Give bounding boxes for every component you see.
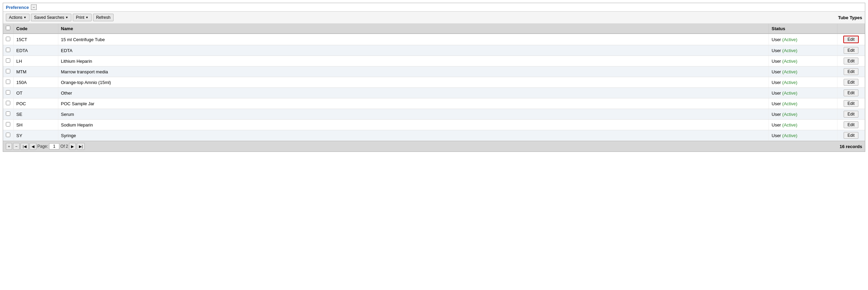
row-code: SY <box>13 130 58 141</box>
row-name: Other <box>58 88 769 98</box>
row-edit-cell: Edit <box>837 98 865 109</box>
row-name: EDTA <box>58 45 769 56</box>
status-active-label: (Active) <box>782 48 797 53</box>
row-name: POC Sample Jar <box>58 98 769 109</box>
next-page-button[interactable]: ▶ <box>69 143 76 150</box>
prev-page-button[interactable]: ◀ <box>30 143 36 150</box>
status-active-label: (Active) <box>782 69 797 74</box>
first-page-button[interactable]: |◀ <box>21 143 28 150</box>
row-status: User (Active) <box>769 120 837 130</box>
row-name: Lithium Heparin <box>58 56 769 67</box>
row-status: User (Active) <box>769 88 837 98</box>
saved-searches-label: Saved Searches <box>34 15 64 20</box>
row-edit-cell: Edit <box>837 130 865 141</box>
row-checkbox-cell <box>3 88 13 98</box>
status-active-label: (Active) <box>782 59 797 64</box>
page-container: Preference − Actions ▼ Saved Searches ▼ … <box>3 3 865 152</box>
edit-button[interactable]: Edit <box>844 79 858 86</box>
collapse-button[interactable]: − <box>31 4 36 10</box>
row-edit-cell: Edit <box>837 88 865 98</box>
last-page-button[interactable]: ▶| <box>77 143 85 150</box>
edit-button[interactable]: Edit <box>844 121 858 128</box>
row-status: User (Active) <box>769 98 837 109</box>
actions-arrow-icon: ▼ <box>23 16 26 19</box>
row-checkbox-cell <box>3 77 13 88</box>
total-pages: 2 <box>66 144 68 149</box>
row-name: Sodium Heparin <box>58 120 769 130</box>
row-edit-cell: Edit <box>837 109 865 120</box>
refresh-label: Refresh <box>96 15 110 20</box>
row-code: SE <box>13 109 58 120</box>
status-active-label: (Active) <box>782 133 797 138</box>
row-checkbox[interactable] <box>6 58 10 63</box>
row-checkbox-cell <box>3 109 13 120</box>
saved-searches-arrow-icon: ▼ <box>65 16 68 19</box>
edit-button[interactable]: Edit <box>844 68 858 75</box>
edit-button[interactable]: Edit <box>844 89 858 96</box>
row-checkbox[interactable] <box>6 111 10 116</box>
table-row: 150AOrange-top Amnio (15ml)User (Active)… <box>3 77 865 88</box>
actions-label: Actions <box>9 15 22 20</box>
row-checkbox[interactable] <box>6 69 10 73</box>
row-code: 15CT <box>13 34 58 45</box>
table-body: 15CT15 ml Centrifuge TubeUser (Active)Ed… <box>3 34 865 141</box>
edit-button[interactable]: Edit <box>844 47 858 54</box>
row-status: User (Active) <box>769 56 837 67</box>
row-edit-cell: Edit <box>837 67 865 77</box>
header-name: Name <box>58 24 769 34</box>
toolbar-left: Actions ▼ Saved Searches ▼ Print ▼ Refre… <box>6 14 114 21</box>
status-active-label: (Active) <box>782 80 797 85</box>
row-checkbox-cell <box>3 45 13 56</box>
row-code: POC <box>13 98 58 109</box>
edit-button[interactable]: Edit <box>844 132 858 139</box>
edit-button[interactable]: Edit <box>844 111 858 118</box>
edit-button[interactable]: Edit <box>844 58 858 64</box>
table-row: EDTAEDTAUser (Active)Edit <box>3 45 865 56</box>
add-record-button[interactable]: + <box>6 143 12 150</box>
page-title: Preference <box>6 5 29 10</box>
row-checkbox[interactable] <box>6 48 10 52</box>
row-edit-cell: Edit <box>837 56 865 67</box>
row-checkbox[interactable] <box>6 101 10 105</box>
print-arrow-icon: ▼ <box>85 16 89 19</box>
row-checkbox[interactable] <box>6 122 10 126</box>
row-status: User (Active) <box>769 77 837 88</box>
row-name: Marrow transport media <box>58 67 769 77</box>
row-code: EDTA <box>13 45 58 56</box>
table-row: OTOtherUser (Active)Edit <box>3 88 865 98</box>
saved-searches-button[interactable]: Saved Searches ▼ <box>31 14 71 21</box>
row-name: Orange-top Amnio (15ml) <box>58 77 769 88</box>
refresh-button[interactable]: Refresh <box>93 14 114 21</box>
footer-left: + − |◀ ◀ Page: Of 2 ▶ ▶| <box>6 143 85 150</box>
header-action <box>837 24 865 34</box>
select-all-checkbox[interactable] <box>6 26 10 30</box>
row-checkbox-cell <box>3 67 13 77</box>
row-code: 150A <box>13 77 58 88</box>
row-name: Serum <box>58 109 769 120</box>
row-name: Syringe <box>58 130 769 141</box>
table-row: SHSodium HeparinUser (Active)Edit <box>3 120 865 130</box>
status-active-label: (Active) <box>782 101 797 106</box>
table-row: POCPOC Sample JarUser (Active)Edit <box>3 98 865 109</box>
row-name: 15 ml Centrifuge Tube <box>58 34 769 45</box>
remove-record-button[interactable]: − <box>13 143 19 150</box>
print-button[interactable]: Print ▼ <box>73 14 92 21</box>
row-checkbox[interactable] <box>6 37 10 41</box>
row-checkbox[interactable] <box>6 133 10 137</box>
print-label: Print <box>76 15 84 20</box>
header-checkbox-col <box>3 24 13 34</box>
row-checkbox[interactable] <box>6 80 10 84</box>
of-label: Of <box>60 144 65 149</box>
row-status: User (Active) <box>769 109 837 120</box>
row-checkbox[interactable] <box>6 90 10 95</box>
edit-button[interactable]: Edit <box>844 100 858 107</box>
table-row: SESerumUser (Active)Edit <box>3 109 865 120</box>
row-status: User (Active) <box>769 130 837 141</box>
actions-button[interactable]: Actions ▼ <box>6 14 30 21</box>
row-checkbox-cell <box>3 130 13 141</box>
row-edit-cell: Edit <box>837 120 865 130</box>
page-input[interactable] <box>49 143 59 149</box>
edit-button[interactable]: Edit <box>843 36 859 43</box>
header-status: Status <box>769 24 837 34</box>
row-checkbox-cell <box>3 34 13 45</box>
